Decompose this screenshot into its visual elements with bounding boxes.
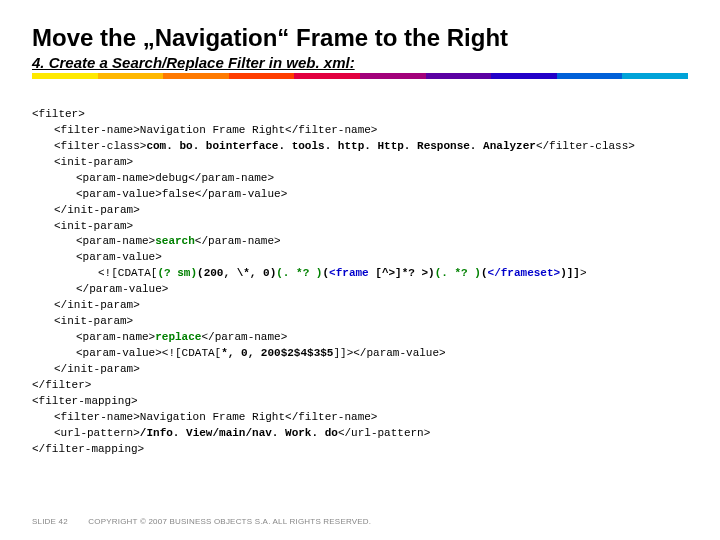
code-line: <init-param> bbox=[32, 219, 688, 235]
slide-content: Move the „Navigation“ Frame to the Right… bbox=[0, 0, 720, 474]
code-block: <filter> <filter-name>Navigation Frame R… bbox=[32, 91, 688, 474]
code-line: <param-value><![CDATA[*, 0, 200$2$4$3$5]… bbox=[32, 346, 688, 362]
slide-subtitle: 4. Create a Search/Replace Filter in web… bbox=[32, 54, 688, 71]
code-line: <![CDATA[(? sm)(200, \*, 0)(. *? )(<fram… bbox=[32, 266, 688, 282]
code-line: <param-name>debug</param-name> bbox=[32, 171, 688, 187]
code-line: <filter> bbox=[32, 108, 85, 120]
code-line: </param-value> bbox=[32, 282, 688, 298]
slide-footer: SLIDE 42 COPYRIGHT © 2007 BUSINESS OBJEC… bbox=[32, 517, 371, 526]
code-line: </filter> bbox=[32, 379, 91, 391]
code-line: <init-param> bbox=[32, 155, 688, 171]
code-line: </init-param> bbox=[32, 298, 688, 314]
code-line: <filter-name>Navigation Frame Right</fil… bbox=[32, 410, 688, 426]
code-line: <param-name>search</param-name> bbox=[32, 234, 688, 250]
code-line: <param-name>replace</param-name> bbox=[32, 330, 688, 346]
code-line: <param-value> bbox=[32, 250, 688, 266]
code-line: <filter-name>Navigation Frame Right</fil… bbox=[32, 123, 688, 139]
rainbow-divider bbox=[32, 73, 688, 79]
code-line: </init-param> bbox=[32, 203, 688, 219]
code-line: </init-param> bbox=[32, 362, 688, 378]
slide-number: SLIDE 42 bbox=[32, 517, 68, 526]
copyright-text: COPYRIGHT © 2007 BUSINESS OBJECTS S.A. A… bbox=[88, 517, 371, 526]
code-line: <url-pattern>/Info. View/main/nav. Work.… bbox=[32, 426, 688, 442]
slide-title: Move the „Navigation“ Frame to the Right bbox=[32, 24, 688, 52]
code-line: <param-value>false</param-value> bbox=[32, 187, 688, 203]
code-line: </filter-mapping> bbox=[32, 443, 144, 455]
code-line: <filter-mapping> bbox=[32, 395, 138, 407]
code-line: <init-param> bbox=[32, 314, 688, 330]
code-line: <filter-class>com. bo. bointerface. tool… bbox=[32, 139, 688, 155]
